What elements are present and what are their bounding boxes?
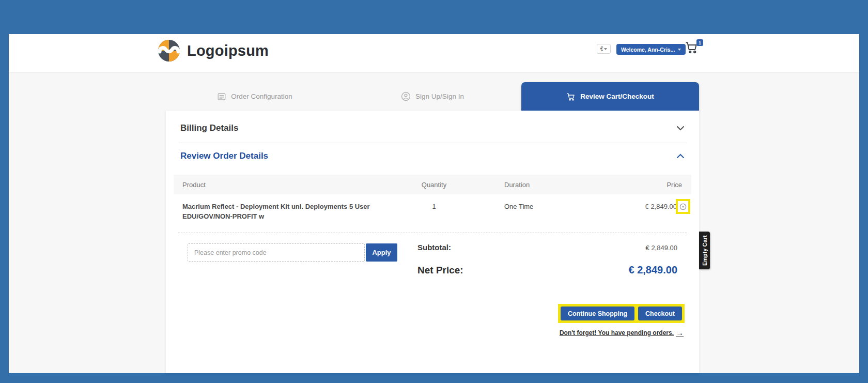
site-header: Logoipsum € Welcome, Ann-Cris... 1 [9, 34, 859, 72]
tab-label: Sign Up/Sign In [415, 93, 464, 100]
cart-count-badge: 1 [696, 39, 703, 46]
column-quantity: Quantity [408, 175, 460, 194]
empty-cart-button[interactable]: Empty Cart [699, 232, 710, 269]
subtotal-label: Subtotal: [417, 243, 451, 252]
row-divider [178, 233, 687, 233]
product-name-line2: EDU/GOV/NON-PROFIT w [182, 211, 399, 221]
net-price-value: € 2,849.00 [628, 264, 677, 276]
product-quantity: 1 [408, 203, 460, 210]
column-duration: Duration [504, 175, 530, 194]
order-table-header: Product Quantity Duration Price [174, 175, 691, 194]
product-name: Macrium Reflect - Deployment Kit unl. De… [182, 202, 399, 221]
tab-order-configuration[interactable]: Order Configuration [166, 82, 344, 111]
promo-code-input[interactable] [188, 243, 365, 262]
column-price: Price [667, 175, 682, 194]
tab-sign-up-sign-in[interactable]: Sign Up/Sign In [344, 82, 521, 111]
chevron-down-icon [678, 49, 681, 51]
currency-symbol: € [600, 46, 603, 52]
column-product: Product [182, 175, 206, 194]
net-price-label: Net Price: [417, 265, 463, 276]
site-content: Logoipsum € Welcome, Ann-Cris... 1 [9, 34, 859, 373]
continue-shopping-highlight: Continue Shopping [558, 304, 637, 323]
remove-item-highlight [676, 199, 690, 214]
tab-review-cart-checkout[interactable]: Review Cart/Checkout [521, 82, 699, 111]
logo-icon [157, 39, 181, 63]
tab-label: Order Configuration [231, 93, 292, 100]
pending-orders-text: Don't forget! You have pending orders. [560, 329, 674, 336]
order-form-icon [217, 92, 226, 101]
product-duration: One Time [504, 203, 533, 210]
review-order-accordion[interactable]: Review Order Details [180, 146, 685, 166]
checkout-button[interactable]: Checkout [638, 307, 682, 320]
arrow-right-icon: → [676, 328, 684, 337]
logo-text: Logoipsum [187, 42, 269, 59]
continue-shopping-button[interactable]: Continue Shopping [561, 307, 634, 320]
apply-promo-button[interactable]: Apply [366, 243, 397, 262]
currency-selector[interactable]: € [597, 44, 611, 54]
chevron-up-icon[interactable] [676, 154, 685, 159]
section-divider [178, 143, 687, 143]
logo[interactable]: Logoipsum [157, 39, 269, 63]
blue-frame: Logoipsum € Welcome, Ann-Cris... 1 [0, 0, 868, 383]
checkout-steps: Order Configuration Sign Up/Sign In [166, 82, 699, 111]
billing-details-title: Billing Details [180, 123, 238, 133]
product-name-line1: Macrium Reflect - Deployment Kit unl. De… [182, 202, 399, 211]
review-order-title: Review Order Details [180, 151, 268, 161]
chevron-down-icon[interactable] [676, 126, 685, 131]
checkout-card: Billing Details Review Order Details Pro… [166, 111, 699, 373]
product-price: € 2,849.00 [645, 203, 677, 210]
remove-item-icon[interactable] [679, 203, 687, 210]
cart-button[interactable]: 1 [685, 40, 703, 57]
user-icon [401, 91, 411, 101]
checkout-highlight: Checkout [636, 304, 685, 323]
pending-orders-link[interactable]: Don't forget! You have pending orders. → [560, 328, 684, 337]
account-menu-label: Welcome, Ann-Cris... [621, 47, 675, 53]
chevron-down-icon [604, 48, 607, 50]
empty-cart-label: Empty Cart [702, 235, 708, 266]
subtotal-value: € 2,849.00 [646, 244, 677, 252]
account-menu-button[interactable]: Welcome, Ann-Cris... [616, 44, 686, 55]
billing-details-accordion[interactable]: Billing Details [180, 118, 685, 139]
tab-label: Review Cart/Checkout [580, 93, 654, 100]
cart-icon [566, 92, 576, 101]
